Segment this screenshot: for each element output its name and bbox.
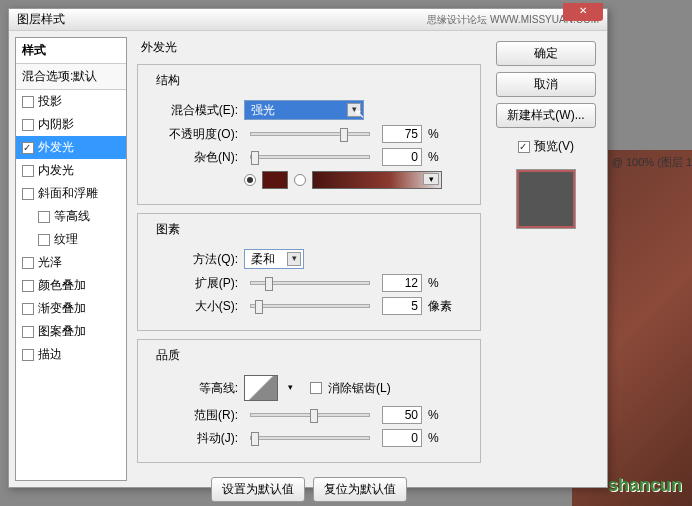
jitter-label: 抖动(J): (148, 430, 238, 447)
style-item-label: 斜面和浮雕 (38, 185, 98, 202)
cancel-button[interactable]: 取消 (496, 72, 596, 97)
jitter-input[interactable] (382, 429, 422, 447)
size-label: 大小(S): (148, 298, 238, 315)
opacity-slider[interactable] (250, 132, 370, 136)
style-checkbox[interactable] (22, 349, 34, 361)
dialog-title: 图层样式 (17, 11, 65, 28)
style-item[interactable]: 图案叠加 (16, 320, 126, 343)
quality-legend: 品质 (152, 347, 184, 364)
method-dropdown[interactable]: 柔和 (244, 249, 304, 269)
noise-input[interactable] (382, 148, 422, 166)
size-input[interactable] (382, 297, 422, 315)
structure-legend: 结构 (152, 72, 184, 89)
range-unit: % (428, 408, 458, 422)
style-item[interactable]: 斜面和浮雕 (16, 182, 126, 205)
gradient-swatch[interactable] (312, 171, 442, 189)
style-item-label: 内阴影 (38, 116, 74, 133)
preview-thumbnail (516, 169, 576, 229)
quality-fieldset: 品质 等高线: 消除锯齿(L) 范围(R): % 抖动(J): (137, 339, 481, 463)
spread-unit: % (428, 276, 458, 290)
blend-mode-dropdown[interactable]: 强光 ↖ (244, 100, 364, 120)
antialias-label: 消除锯齿(L) (328, 380, 391, 397)
style-checkbox[interactable] (22, 303, 34, 315)
size-unit: 像素 (428, 298, 458, 315)
style-checkbox[interactable] (38, 211, 50, 223)
style-item-label: 描边 (38, 346, 62, 363)
range-input[interactable] (382, 406, 422, 424)
style-item[interactable]: 渐变叠加 (16, 297, 126, 320)
preview-checkbox[interactable] (518, 141, 530, 153)
size-slider[interactable] (250, 304, 370, 308)
noise-slider[interactable] (250, 155, 370, 159)
spread-input[interactable] (382, 274, 422, 292)
ok-button[interactable]: 确定 (496, 41, 596, 66)
range-label: 范围(R): (148, 407, 238, 424)
blend-options-section[interactable]: 混合选项:默认 (16, 64, 126, 90)
style-checkbox[interactable] (22, 142, 34, 154)
reset-default-button[interactable]: 复位为默认值 (313, 477, 407, 502)
color-swatch[interactable] (262, 171, 288, 189)
style-item-label: 颜色叠加 (38, 277, 86, 294)
titlebar: 图层样式 思缘设计论坛 WWW.MISSYUAN.COM (9, 9, 607, 31)
contour-label: 等高线: (148, 380, 238, 397)
styles-list-panel: 样式 混合选项:默认 投影内阴影外发光内发光斜面和浮雕等高线纹理光泽颜色叠加渐变… (15, 37, 127, 481)
style-item[interactable]: 描边 (16, 343, 126, 366)
noise-label: 杂色(N): (148, 149, 238, 166)
style-item-label: 投影 (38, 93, 62, 110)
gradient-radio[interactable] (294, 174, 306, 186)
style-item[interactable]: 颜色叠加 (16, 274, 126, 297)
elements-fieldset: 图素 方法(Q): 柔和 扩展(P): % 大小(S): (137, 213, 481, 331)
opacity-label: 不透明度(O): (148, 126, 238, 143)
style-item-label: 外发光 (38, 139, 74, 156)
style-checkbox[interactable] (22, 119, 34, 131)
set-default-button[interactable]: 设置为默认值 (211, 477, 305, 502)
chevron-down-icon (287, 252, 301, 266)
style-item-label: 光泽 (38, 254, 62, 271)
elements-legend: 图素 (152, 221, 184, 238)
style-checkbox[interactable] (22, 257, 34, 269)
layer-style-dialog: ✕ 图层样式 思缘设计论坛 WWW.MISSYUAN.COM 样式 混合选项:默… (8, 8, 608, 488)
close-button[interactable]: ✕ (563, 3, 603, 21)
range-slider[interactable] (250, 413, 370, 417)
style-checkbox[interactable] (22, 188, 34, 200)
spread-slider[interactable] (250, 281, 370, 285)
color-radio[interactable] (244, 174, 256, 186)
style-checkbox[interactable] (22, 326, 34, 338)
settings-panel: 外发光 结构 混合模式(E): 强光 ↖ 不透明度(O): % (133, 37, 485, 481)
style-item-label: 内发光 (38, 162, 74, 179)
style-item[interactable]: 内阴影 (16, 113, 126, 136)
contour-picker[interactable] (244, 375, 278, 401)
preview-label: 预览(V) (534, 138, 574, 155)
watermark: shancun (608, 475, 682, 496)
antialias-checkbox[interactable] (310, 382, 322, 394)
style-item[interactable]: 外发光 (16, 136, 126, 159)
blend-mode-label: 混合模式(E): (148, 102, 238, 119)
style-item[interactable]: 内发光 (16, 159, 126, 182)
style-item[interactable]: 等高线 (16, 205, 126, 228)
noise-unit: % (428, 150, 458, 164)
style-item[interactable]: 纹理 (16, 228, 126, 251)
style-checkbox[interactable] (22, 280, 34, 292)
new-style-button[interactable]: 新建样式(W)... (496, 103, 596, 128)
style-item-label: 纹理 (54, 231, 78, 248)
opacity-unit: % (428, 127, 458, 141)
spread-label: 扩展(P): (148, 275, 238, 292)
style-item-label: 等高线 (54, 208, 90, 225)
jitter-unit: % (428, 431, 458, 445)
jitter-slider[interactable] (250, 436, 370, 440)
opacity-input[interactable] (382, 125, 422, 143)
style-item-label: 图案叠加 (38, 323, 86, 340)
styles-header[interactable]: 样式 (16, 38, 126, 64)
panel-title: 外发光 (133, 37, 485, 58)
style-checkbox[interactable] (22, 165, 34, 177)
style-item-label: 渐变叠加 (38, 300, 86, 317)
style-item[interactable]: 光泽 (16, 251, 126, 274)
style-item[interactable]: 投影 (16, 90, 126, 113)
structure-fieldset: 结构 混合模式(E): 强光 ↖ 不透明度(O): % 杂色(N): (137, 64, 481, 205)
style-checkbox[interactable] (38, 234, 50, 246)
style-checkbox[interactable] (22, 96, 34, 108)
action-panel: 确定 取消 新建样式(W)... 预览(V) (491, 37, 601, 481)
cursor-icon: ↖ (355, 107, 365, 121)
method-label: 方法(Q): (148, 251, 238, 268)
